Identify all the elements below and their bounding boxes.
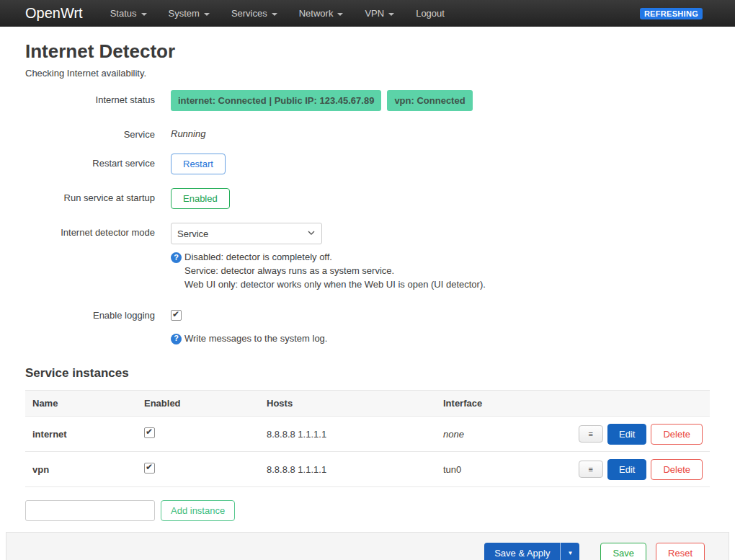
save-apply-dropdown-button[interactable]: ▼ <box>560 543 579 560</box>
col-header-hosts: Hosts <box>267 398 443 409</box>
main-content: Internet Detector Checking Internet avai… <box>0 40 735 521</box>
nav-item-system[interactable]: System <box>169 8 210 19</box>
enable-logging-label: Enable logging <box>25 306 155 321</box>
navbar: OpenWrt Status System Services Network V… <box>0 0 735 27</box>
restart-button[interactable]: Restart <box>171 154 226 174</box>
delete-button[interactable]: Delete <box>651 459 703 480</box>
page-title: Internet Detector <box>25 40 710 63</box>
instance-interface: none <box>443 429 566 440</box>
form-row-mode: Internet detector mode Service ? Disable… <box>25 223 710 292</box>
nav-item-label: Network <box>299 8 334 19</box>
service-label: Service <box>25 125 155 140</box>
caret-down-icon <box>141 13 147 16</box>
startup-enabled-button[interactable]: Enabled <box>171 188 230 209</box>
add-instance-input[interactable] <box>25 500 155 521</box>
more-actions-button[interactable]: ≡ <box>579 425 603 443</box>
help-icon: ? <box>171 334 182 345</box>
form-row-restart: Restart service Restart <box>25 154 710 174</box>
form-row-startup: Run service at startup Enabled <box>25 188 710 209</box>
internet-status-label: Internet status <box>25 90 155 105</box>
col-header-interface: Interface <box>443 398 566 409</box>
form-row-logging: Enable logging ? Write messages to the s… <box>25 306 710 346</box>
instances-table: Name Enabled Hosts Interface internet 8.… <box>25 390 710 487</box>
restart-service-label: Restart service <box>25 154 155 169</box>
instance-name: internet <box>25 429 144 440</box>
table-row-internet: internet 8.8.8.8 1.1.1.1 none ≡ Edit Del… <box>25 417 710 452</box>
brand-logo[interactable]: OpenWrt <box>25 5 83 22</box>
caret-down-icon <box>337 13 343 16</box>
service-state-value: Running <box>171 125 205 139</box>
instance-hosts: 8.8.8.8 1.1.1.1 <box>267 429 443 440</box>
status-badge-vpn: vpn: Connected <box>387 90 472 111</box>
nav-item-label: VPN <box>365 8 384 19</box>
instances-table-header: Name Enabled Hosts Interface <box>25 391 710 417</box>
save-apply-button[interactable]: Save & Apply <box>484 543 560 560</box>
reset-button[interactable]: Reset <box>656 543 705 560</box>
edit-button[interactable]: Edit <box>607 424 646 445</box>
instance-hosts: 8.8.8.8 1.1.1.1 <box>267 464 443 475</box>
service-instances-title: Service instances <box>25 366 710 381</box>
instance-interface: tun0 <box>443 464 566 475</box>
nav-item-network[interactable]: Network <box>299 8 344 19</box>
caret-down-icon <box>388 13 394 16</box>
detector-mode-label: Internet detector mode <box>25 223 155 238</box>
nav-item-label: Logout <box>416 8 445 19</box>
enable-logging-checkbox[interactable] <box>171 310 182 321</box>
nav-item-label: Services <box>231 8 267 19</box>
col-header-enabled: Enabled <box>144 398 267 409</box>
detector-mode-select[interactable]: Service <box>171 223 322 244</box>
save-apply-split-button: Save & Apply ▼ <box>484 543 579 560</box>
edit-button[interactable]: Edit <box>607 459 646 480</box>
instance-enabled-checkbox[interactable] <box>144 427 155 438</box>
nav-item-logout[interactable]: Logout <box>416 8 445 19</box>
nav-item-label: Status <box>110 8 137 19</box>
help-line: Service: detector always runs as a syste… <box>184 265 486 278</box>
footer-actions: Save & Apply ▼ Save Reset <box>6 532 729 560</box>
nav-menu: Status System Services Network VPN Logou… <box>110 8 445 19</box>
refreshing-indicator[interactable]: REFRESHING <box>640 8 703 19</box>
run-at-startup-label: Run service at startup <box>25 188 155 203</box>
nav-item-vpn[interactable]: VPN <box>365 8 394 19</box>
detector-mode-select-wrap: Service <box>171 223 322 244</box>
caret-down-icon <box>272 13 277 16</box>
add-instance-row: Add instance <box>25 500 710 521</box>
logging-help-text: Write messages to the system log. <box>184 332 327 346</box>
caret-down-icon <box>204 13 210 16</box>
help-line: Disabled: detector is completely off. <box>184 251 486 265</box>
status-badges: internet: Connected | Public IP: 123.45.… <box>171 90 473 111</box>
instance-name: vpn <box>25 464 144 475</box>
nav-item-services[interactable]: Services <box>231 8 277 19</box>
col-header-name: Name <box>25 398 144 409</box>
detector-mode-help: ? Disabled: detector is completely off. … <box>171 251 486 292</box>
help-line: Web UI only: detector works only when th… <box>184 278 486 292</box>
form-row-internet-status: Internet status internet: Connected | Pu… <box>25 90 710 111</box>
status-badge-internet: internet: Connected | Public IP: 123.45.… <box>171 90 381 111</box>
instance-enabled-checkbox[interactable] <box>144 463 155 474</box>
delete-button[interactable]: Delete <box>651 424 703 445</box>
page-subtitle: Checking Internet availability. <box>25 68 710 79</box>
logging-help: ? Write messages to the system log. <box>171 332 327 346</box>
nav-item-status[interactable]: Status <box>110 8 147 19</box>
help-icon: ? <box>171 252 182 263</box>
nav-item-label: System <box>169 8 200 19</box>
form-row-service: Service Running <box>25 125 710 140</box>
table-row-vpn: vpn 8.8.8.8 1.1.1.1 tun0 ≡ Edit Delete <box>25 452 710 487</box>
add-instance-button[interactable]: Add instance <box>161 500 235 521</box>
save-button[interactable]: Save <box>600 543 646 560</box>
detector-mode-help-text: Disabled: detector is completely off. Se… <box>184 251 486 292</box>
more-actions-button[interactable]: ≡ <box>579 461 603 478</box>
